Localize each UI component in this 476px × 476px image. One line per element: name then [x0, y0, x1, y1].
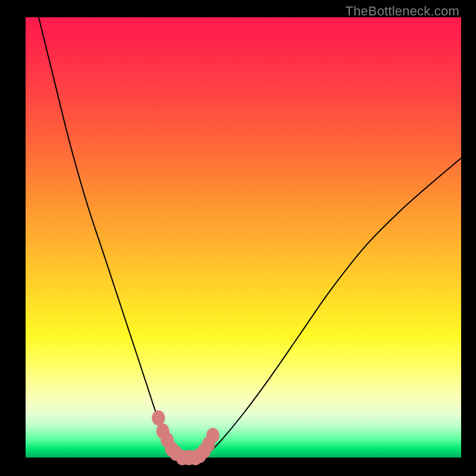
- marker-dot: [152, 410, 165, 425]
- right-curve: [200, 158, 461, 458]
- chart-frame: TheBottleneck.com: [0, 0, 476, 476]
- left-curve: [39, 17, 178, 458]
- curve-group: [39, 17, 461, 458]
- marker-dot: [206, 428, 220, 443]
- chart-svg: [0, 0, 476, 476]
- marker-group: [152, 410, 220, 465]
